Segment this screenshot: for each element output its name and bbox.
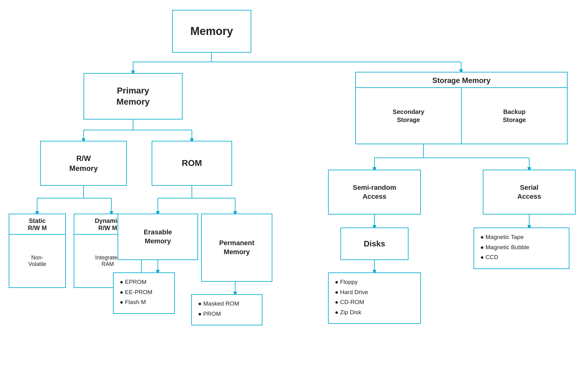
erasable-memory-node: ErasableMemory (118, 214, 198, 260)
secondary-storage-cell: SecondaryStorage (356, 88, 462, 144)
primary-memory-node: PrimaryMemory (84, 73, 183, 119)
disks-list-box: Floppy Hard Drive CD-ROM Zip Disk (328, 272, 421, 324)
permanent-memory-node: PermanentMemory (201, 214, 272, 282)
disks-item-4: Zip Disk (335, 308, 414, 317)
disks-item-2: Hard Drive (335, 288, 414, 297)
permanent-item-1: Masked ROM (198, 300, 256, 308)
permanent-list-box: Masked ROM PROM (191, 294, 262, 325)
disks-node: Disks (340, 228, 409, 260)
erasable-item-3: Flash M (120, 298, 168, 306)
serial-item-3: CCD (480, 253, 563, 262)
memory-node: Memory (172, 10, 251, 53)
semi-random-node: Semi-randomAccess (328, 170, 421, 215)
storage-memory-label: Storage Memory (356, 72, 567, 88)
serial-list-box: Magnetic Tape Magnetic Bubble CCD (473, 228, 569, 269)
rw-memory-node: R/WMemory (40, 141, 127, 186)
erasable-item-2: EE-PROM (120, 288, 168, 297)
disks-item-3: CD-ROM (335, 298, 414, 306)
serial-item-1: Magnetic Tape (480, 233, 563, 241)
rom-node: ROM (152, 141, 232, 186)
serial-access-node: SerialAccess (483, 170, 576, 215)
serial-item-2: Magnetic Bubble (480, 243, 563, 252)
backup-storage-cell: BackupStorage (462, 88, 567, 144)
disks-item-1: Floppy (335, 278, 414, 286)
erasable-list-box: EPROM EE-PROM Flash M (113, 272, 175, 314)
storage-memory-node: Storage Memory SecondaryStorage BackupSt… (355, 72, 568, 144)
permanent-item-2: PROM (198, 310, 256, 318)
static-rw-node: StaticR/W M Non-Volatile (9, 214, 66, 288)
erasable-item-1: EPROM (120, 278, 168, 286)
